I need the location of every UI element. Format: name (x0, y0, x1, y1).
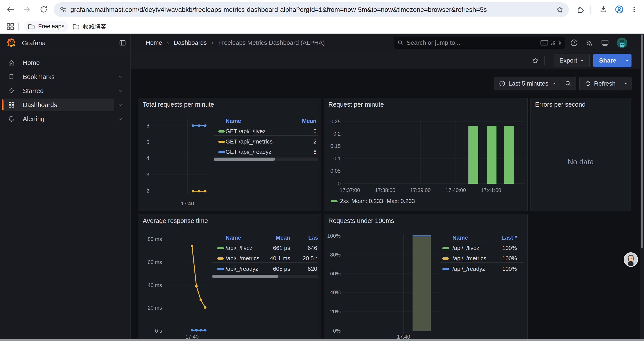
sidebar-item-dashboards[interactable]: Dashboards (0, 98, 130, 112)
series-color-pill[interactable] (442, 247, 449, 249)
page-scrollbar-thumb[interactable] (641, 35, 643, 248)
browser-toolbar: grafana.mathmast.com/d/deytv4rwavabkb/fr… (0, 0, 644, 19)
y-tick: 2 (142, 188, 149, 194)
zoom-out-time-button[interactable] (561, 77, 576, 90)
rss-icon (586, 39, 593, 47)
legend-col-name[interactable]: Name (452, 234, 468, 241)
series-color-pill[interactable] (217, 268, 224, 270)
breadcrumb-dashboards[interactable]: Dashboards (174, 39, 207, 46)
series-color-pill[interactable] (442, 257, 449, 260)
collapse-sidebar-button[interactable] (119, 39, 126, 46)
legend-col-last[interactable]: Las (296, 234, 318, 241)
site-info-icon[interactable] (60, 6, 67, 14)
refresh-button[interactable]: Refresh (579, 77, 621, 90)
chevron-down-icon[interactable] (118, 88, 123, 94)
downloads-button[interactable] (597, 3, 610, 16)
chevron-down-icon[interactable] (118, 74, 123, 80)
legend-scrollbar-thumb[interactable] (214, 158, 275, 161)
sidebar-item-starred[interactable]: Starred (0, 84, 130, 98)
export-button[interactable]: Export (554, 54, 590, 67)
legend-col-last[interactable]: Last * (484, 234, 517, 241)
legend-series-mean: 2 (281, 138, 316, 145)
bookmarks-bar: Freeleaps 收藏博客 (0, 19, 644, 34)
browser-profile-button[interactable] (612, 3, 626, 16)
browser-reload-button[interactable] (37, 3, 50, 16)
legend-col-name[interactable]: Name (226, 118, 241, 124)
no-data-message: No data (531, 158, 631, 166)
x-tick: 17:40:00 (440, 187, 471, 193)
legend-series-name[interactable]: /api/_/livez (452, 245, 480, 251)
legend-series-mean: 6 (281, 149, 316, 155)
url-text[interactable]: grafana.mathmast.com/d/deytv4rwavabkb/fr… (70, 6, 556, 14)
time-range-picker[interactable]: Last 5 minutes (494, 77, 561, 90)
series-color-pill[interactable] (331, 200, 338, 202)
sidebar-item-bookmarks[interactable]: Bookmarks (0, 70, 130, 84)
favorite-dashboard-button[interactable] (532, 57, 539, 64)
y-tick: 40 ms (138, 282, 162, 288)
legend-scrollbar-thumb[interactable] (212, 275, 278, 278)
legend-series-name[interactable]: GET /api/_/livez (226, 128, 266, 135)
y-tick: 6 (142, 123, 149, 129)
series-color-pill[interactable] (217, 247, 224, 249)
horizontal-scrollbar[interactable] (0, 339, 644, 341)
monitor-icon (601, 39, 609, 47)
share-button-group: Share (593, 54, 632, 67)
dashboards-grid-icon (8, 101, 15, 108)
search-box[interactable]: Search or jump to... ⌘+k (394, 37, 565, 49)
chevron-down-icon[interactable] (118, 102, 123, 108)
panel-request-per-minute: Request per minute 0.25 0.2 0.15 0.1 0.0… (324, 98, 528, 211)
sidebar-item-alerting[interactable]: Alerting (0, 112, 130, 126)
help-button[interactable]: ? (570, 39, 578, 47)
bookmark-star-icon[interactable] (556, 6, 564, 14)
legend-scrollbar[interactable] (214, 158, 318, 161)
share-menu-button[interactable] (622, 54, 632, 67)
browser-menu-button[interactable] (627, 3, 641, 16)
floating-avatar[interactable] (624, 252, 638, 267)
y-tick: 0.2 (324, 131, 341, 137)
profile-icon (615, 5, 624, 14)
legend-series-name[interactable]: GET /api/_/metrics (226, 138, 273, 145)
legend-series-name[interactable]: /api/_/metrics (452, 255, 486, 262)
grafana-logo[interactable] (6, 38, 16, 48)
series-color-pill[interactable] (442, 268, 449, 270)
legend-series-last: 620 (292, 265, 317, 272)
bookmark-folder-freeleaps[interactable]: Freeleaps (24, 21, 68, 32)
series-color-pill[interactable] (218, 130, 225, 133)
legend-series-name[interactable]: /api/_/readyz (452, 265, 485, 272)
bookmark-folder-blogs[interactable]: 收藏博客 (68, 21, 110, 32)
x-tick: 17:39:00 (405, 187, 436, 193)
url-bar[interactable]: grafana.mathmast.com/d/deytv4rwavabkb/fr… (54, 3, 569, 17)
sidebar-item-label: Dashboards (23, 101, 57, 109)
share-button[interactable]: Share (593, 54, 622, 67)
browser-back-button[interactable] (4, 3, 17, 16)
series-color-pill[interactable] (217, 257, 224, 260)
legend-series-name[interactable]: 2xx (340, 198, 349, 204)
chevron-down-icon[interactable] (118, 116, 123, 122)
user-avatar[interactable] (617, 38, 627, 48)
legend-series-name[interactable]: GET /api/_/readyz (226, 149, 271, 155)
y-tick: 3 (142, 172, 149, 178)
sidebar-item-home[interactable]: Home (0, 56, 130, 70)
extensions-button[interactable] (573, 3, 587, 16)
browser-forward-button[interactable] (20, 3, 34, 16)
y-tick: 0 (324, 181, 341, 187)
legend-scrollbar[interactable] (212, 275, 318, 278)
series-color-pill[interactable] (218, 141, 225, 143)
news-button[interactable] (586, 39, 593, 47)
legend-col-mean[interactable]: Mean (252, 234, 290, 241)
legend-col-mean[interactable]: Mean (274, 118, 316, 124)
series-color-pill[interactable] (218, 151, 225, 153)
legend-col-name[interactable]: Name (226, 234, 241, 241)
page-scrollbar[interactable] (640, 34, 644, 339)
y-tick: 100% (324, 233, 341, 239)
bookmark-folder-label: Freeleaps (38, 23, 64, 30)
panel-title[interactable]: Errors per second (535, 101, 586, 108)
apps-grid-icon[interactable] (6, 22, 14, 31)
breadcrumb-home[interactable]: Home (146, 39, 162, 46)
y-tick: 0% (324, 328, 341, 334)
search-icon (398, 40, 404, 46)
kiosk-mode-button[interactable] (601, 39, 609, 47)
refresh-interval-button[interactable] (621, 77, 632, 90)
kebab-menu-icon (630, 6, 638, 13)
legend-series-mean: 6 (281, 128, 316, 135)
